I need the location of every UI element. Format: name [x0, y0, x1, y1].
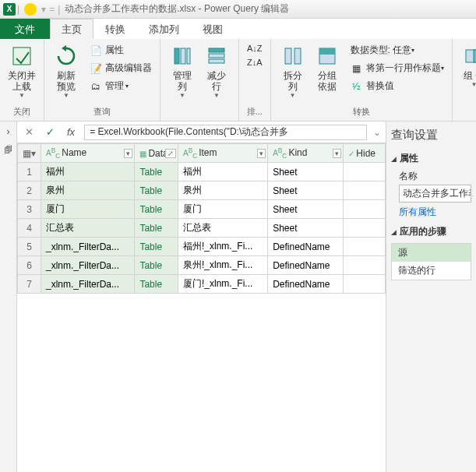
- combine-button[interactable]: 组 合▼: [457, 42, 476, 90]
- cell-name[interactable]: _xlnm._FilterDa...: [41, 238, 135, 256]
- row-number[interactable]: 3: [18, 200, 41, 219]
- row-number[interactable]: 4: [18, 219, 41, 238]
- first-row-header-button[interactable]: ▦将第一行用作标题 ▾: [347, 60, 447, 76]
- cell-data[interactable]: Table: [135, 238, 178, 256]
- dropdown-icon[interactable]: ▾: [41, 4, 46, 15]
- groupby-button[interactable]: 分组 依据: [310, 42, 344, 93]
- cancel-formula-button[interactable]: ✕: [22, 126, 37, 138]
- row-number[interactable]: 1: [18, 163, 41, 181]
- filter-icon[interactable]: ▾: [333, 149, 341, 158]
- replace-values-button[interactable]: ¹⁄₂替换值: [347, 78, 447, 94]
- cell-hidden[interactable]: [344, 275, 386, 294]
- all-properties-link[interactable]: 所有属性: [399, 206, 471, 219]
- cell-item[interactable]: 厦门!_xlnm._Fi...: [178, 275, 267, 294]
- step-item[interactable]: 筛选的行: [392, 262, 471, 280]
- cell-kind[interactable]: Sheet: [268, 181, 344, 200]
- row-number[interactable]: 7: [18, 275, 41, 294]
- close-load-button[interactable]: 关闭并 上载 ▼: [5, 42, 39, 100]
- col-header-kind[interactable]: ABCKind▾: [268, 144, 344, 163]
- cell-data[interactable]: Table: [135, 163, 178, 181]
- steps-section[interactable]: ◢应用的步骤: [391, 225, 471, 238]
- cell-hidden[interactable]: [344, 163, 386, 181]
- cell-name[interactable]: _xlnm._FilterDa...: [41, 275, 135, 294]
- row-number[interactable]: 5: [18, 238, 41, 256]
- confirm-formula-button[interactable]: ✓: [43, 126, 58, 138]
- excel-icon: X: [3, 3, 16, 16]
- svg-rect-4: [209, 48, 224, 52]
- cell-data[interactable]: Table: [135, 275, 178, 294]
- cell-hidden[interactable]: [344, 238, 386, 256]
- cell-kind[interactable]: DefinedName: [268, 238, 344, 256]
- filter-icon[interactable]: ▾: [257, 149, 266, 158]
- expand-icon[interactable]: ⤢: [165, 149, 176, 158]
- tab-file[interactable]: 文件: [0, 19, 50, 39]
- split-column-button[interactable]: 拆分 列▼: [276, 42, 310, 100]
- row-number[interactable]: 6: [18, 256, 41, 275]
- cell-item[interactable]: 福州: [178, 163, 267, 181]
- cell-hidden[interactable]: [344, 256, 386, 275]
- col-header-hidden[interactable]: ✓Hide: [344, 144, 386, 163]
- tab-home[interactable]: 主页: [50, 19, 93, 39]
- cell-data[interactable]: Table: [135, 256, 178, 275]
- col-header-item[interactable]: ABCItem▾: [178, 144, 267, 163]
- svg-rect-1: [175, 48, 179, 64]
- cell-data[interactable]: Table: [135, 219, 178, 238]
- tab-view[interactable]: 视图: [191, 19, 234, 39]
- expand-queries-button[interactable]: ›: [7, 126, 10, 137]
- cell-name[interactable]: _xlnm._FilterDa...: [41, 256, 135, 275]
- properties-icon: 📄: [90, 44, 102, 57]
- cell-item[interactable]: 汇总表: [178, 219, 267, 238]
- sort-desc-button[interactable]: Z↓A: [244, 56, 266, 69]
- cell-item[interactable]: 厦门: [178, 200, 267, 219]
- cell-hidden[interactable]: [344, 219, 386, 238]
- formula-dropdown-button[interactable]: ⌄: [373, 127, 381, 138]
- corner-cell[interactable]: ▦▾: [18, 144, 41, 163]
- manage-columns-button[interactable]: 管理 列▼: [165, 42, 199, 100]
- cell-data[interactable]: Table: [135, 200, 178, 219]
- tab-transform[interactable]: 转换: [93, 19, 137, 39]
- reduce-rows-button[interactable]: 减少 行▼: [199, 42, 234, 100]
- table-row[interactable]: 1 福州 Table 福州 Sheet: [18, 163, 386, 181]
- tab-addcolumn[interactable]: 添加列: [137, 19, 191, 39]
- properties-section[interactable]: ◢属性: [391, 152, 471, 165]
- step-item[interactable]: 源: [392, 244, 471, 262]
- cell-kind[interactable]: Sheet: [268, 200, 344, 219]
- cell-item[interactable]: 福州!_xlnm._Fi...: [178, 238, 267, 256]
- filter-icon[interactable]: ▾: [124, 149, 132, 158]
- queries-icon[interactable]: 🗐: [4, 145, 13, 153]
- fx-icon: fx: [64, 126, 78, 138]
- query-name-input[interactable]: 动态合并多工作表: [399, 185, 471, 203]
- table-row[interactable]: 7 _xlnm._FilterDa... Table 厦门!_xlnm._Fi.…: [18, 275, 386, 294]
- cell-kind[interactable]: Sheet: [268, 163, 344, 181]
- cell-kind[interactable]: DefinedName: [268, 275, 344, 294]
- sort-asc-button[interactable]: A↓Z: [244, 42, 266, 55]
- svg-rect-2: [181, 48, 185, 64]
- adv-editor-button[interactable]: 📝高级编辑器: [86, 60, 155, 76]
- cell-item[interactable]: 泉州!_xlnm._Fi...: [178, 256, 267, 275]
- cell-kind[interactable]: Sheet: [268, 219, 344, 238]
- properties-button[interactable]: 📄属性: [86, 42, 155, 58]
- col-header-name[interactable]: ABCName▾: [41, 144, 135, 163]
- cell-hidden[interactable]: [344, 181, 386, 200]
- table-row[interactable]: 5 _xlnm._FilterDa... Table 福州!_xlnm._Fi.…: [18, 238, 386, 256]
- datatype-button[interactable]: 数据类型: 任意 ▾: [347, 42, 447, 58]
- cell-item[interactable]: 泉州: [178, 181, 267, 200]
- svg-rect-7: [285, 48, 291, 64]
- table-row[interactable]: 4 汇总表 Table 汇总表 Sheet: [18, 219, 386, 238]
- formula-input[interactable]: = Excel.Workbook(File.Contents("D:\动态合并多: [84, 125, 367, 140]
- table-row[interactable]: 6 _xlnm._FilterDa... Table 泉州!_xlnm._Fi.…: [18, 256, 386, 275]
- cell-name[interactable]: 厦门: [41, 200, 135, 219]
- table-row[interactable]: 3 厦门 Table 厦门 Sheet: [18, 200, 386, 219]
- cell-hidden[interactable]: [344, 200, 386, 219]
- cell-name[interactable]: 汇总表: [41, 219, 135, 238]
- manage-button[interactable]: 🗂管理 ▾: [86, 78, 155, 94]
- chevron-down-icon: ▼: [63, 92, 69, 99]
- cell-data[interactable]: Table: [135, 181, 178, 200]
- cell-kind[interactable]: DefinedName: [268, 256, 344, 275]
- refresh-button[interactable]: 刷新 预览 ▼: [49, 42, 83, 100]
- row-number[interactable]: 2: [18, 181, 41, 200]
- cell-name[interactable]: 泉州: [41, 181, 135, 200]
- cell-name[interactable]: 福州: [41, 163, 135, 181]
- col-header-data[interactable]: ▦Data⤢: [135, 144, 178, 163]
- table-row[interactable]: 2 泉州 Table 泉州 Sheet: [18, 181, 386, 200]
